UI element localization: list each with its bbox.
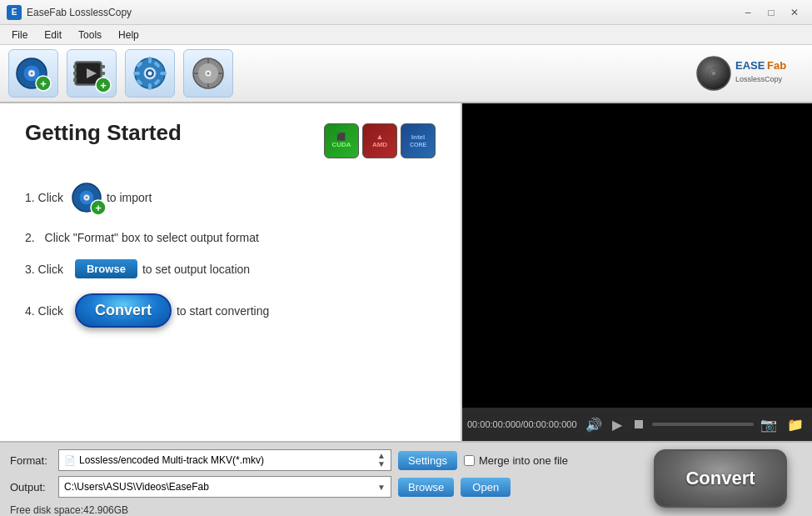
step-2-num: 2. bbox=[25, 231, 35, 244]
menu-edit[interactable]: Edit bbox=[36, 28, 70, 43]
stop-button[interactable]: ⏹ bbox=[629, 415, 649, 433]
window-title: EaseFab LosslessCopy bbox=[27, 7, 737, 18]
step-3: 3. Click Browse to set output location bbox=[25, 259, 436, 278]
output-path-field[interactable]: C:\Users\ASUS\Videos\EaseFab ▼ bbox=[58, 476, 391, 498]
play-button[interactable]: ▶ bbox=[609, 415, 625, 434]
step-1-text: to import bbox=[107, 191, 152, 204]
step-1-num: 1. Click bbox=[25, 191, 63, 204]
menu-file[interactable]: File bbox=[3, 28, 36, 43]
amd-badge: ▲ AMD bbox=[362, 123, 397, 158]
format-label: Format: bbox=[10, 454, 52, 467]
svg-rect-21 bbox=[133, 72, 140, 75]
svg-text:+: + bbox=[95, 202, 102, 214]
svg-text:+: + bbox=[40, 78, 47, 90]
time-display: 00:00:00:000/00:00:00:000 bbox=[467, 419, 577, 429]
menu-bar: File Edit Tools Help bbox=[0, 25, 812, 45]
svg-rect-10 bbox=[73, 72, 77, 75]
format-arrows: ▲▼ bbox=[374, 452, 386, 468]
merge-text: Merge into one file bbox=[479, 454, 568, 467]
toolbar: + + bbox=[0, 45, 812, 103]
settings-button[interactable] bbox=[125, 49, 175, 98]
svg-point-32 bbox=[207, 73, 210, 75]
menu-help[interactable]: Help bbox=[110, 28, 147, 43]
getting-started-panel: Getting Started ⬛ CUDA ▲ AMD bbox=[0, 103, 462, 441]
svg-rect-20 bbox=[148, 83, 152, 90]
dvd-import-icon: + bbox=[70, 179, 107, 216]
video-controls: 00:00:00:000/00:00:00:000 🔊 ▶ ⏹ 📷 📁 bbox=[462, 408, 812, 441]
browse-output-button[interactable]: Browse bbox=[398, 478, 454, 497]
step-4-text: to start converting bbox=[177, 304, 269, 318]
svg-point-3 bbox=[31, 73, 33, 75]
bottom-controls: Format: 📄 Lossless/encoded Multi-track M… bbox=[0, 441, 812, 516]
svg-rect-9 bbox=[73, 65, 77, 68]
svg-rect-22 bbox=[160, 72, 167, 75]
output-label: Output: bbox=[10, 481, 52, 493]
disc-tool-button[interactable] bbox=[183, 49, 233, 98]
volume-icon[interactable]: 🔊 bbox=[585, 417, 602, 433]
settings-btn[interactable]: Settings bbox=[398, 451, 457, 470]
disk-space-text: Free disk space:42.906GB bbox=[10, 504, 128, 516]
convert-main-button[interactable]: Convert bbox=[654, 449, 787, 508]
format-dropdown[interactable]: 📄 Lossless/encoded Multi-track MKV(*.mkv… bbox=[58, 449, 391, 471]
output-arrow: ▼ bbox=[374, 483, 386, 492]
easefab-logo: EASE Fab LosslessCopy bbox=[695, 55, 804, 92]
intel-badge: Intel CORE bbox=[401, 123, 436, 158]
svg-text:+: + bbox=[100, 79, 107, 92]
snapshot-button[interactable]: 📷 bbox=[757, 415, 780, 434]
open-folder-button[interactable]: 📁 bbox=[784, 415, 807, 434]
main-area: Getting Started ⬛ CUDA ▲ AMD bbox=[0, 103, 812, 441]
merge-checkbox[interactable] bbox=[464, 455, 475, 466]
app-icon: E bbox=[7, 5, 22, 20]
format-value: Lossless/encoded Multi-track MKV(*.mkv) bbox=[79, 454, 374, 466]
close-button[interactable]: ✕ bbox=[784, 4, 805, 21]
browse-inline-button[interactable]: Browse bbox=[75, 259, 137, 278]
svg-point-28 bbox=[148, 72, 152, 76]
title-bar: E EaseFab LosslessCopy – □ ✕ bbox=[0, 0, 812, 25]
add-video-icon: + bbox=[72, 53, 112, 93]
step-3-num: 3. Click bbox=[25, 263, 63, 276]
hardware-badges: ⬛ CUDA ▲ AMD Intel CORE bbox=[324, 123, 436, 158]
add-dvd-icon: + bbox=[13, 53, 53, 93]
svg-rect-13 bbox=[102, 72, 105, 75]
window-controls: – □ ✕ bbox=[737, 4, 805, 21]
svg-rect-19 bbox=[148, 57, 152, 63]
video-preview bbox=[462, 103, 812, 408]
step-4-num: 4. Click bbox=[25, 304, 63, 318]
add-dvd-button[interactable]: + bbox=[8, 49, 58, 98]
maximize-button[interactable]: □ bbox=[760, 4, 782, 21]
getting-started-title: Getting Started bbox=[25, 120, 182, 146]
add-video-button[interactable]: + bbox=[67, 49, 117, 98]
menu-tools[interactable]: Tools bbox=[70, 28, 110, 43]
seek-bar[interactable] bbox=[652, 423, 754, 426]
step-3-text: to set output location bbox=[142, 263, 250, 276]
step-2: 2. Click "Format" box to select output f… bbox=[25, 231, 436, 244]
output-value: C:\Users\ASUS\Videos\EaseFab bbox=[64, 481, 374, 493]
svg-text:EASE: EASE bbox=[735, 59, 765, 72]
svg-rect-11 bbox=[73, 78, 77, 82]
svg-text:Fab: Fab bbox=[767, 59, 786, 72]
svg-point-42 bbox=[85, 197, 87, 199]
video-panel: 00:00:00:000/00:00:00:000 🔊 ▶ ⏹ 📷 📁 bbox=[462, 103, 812, 441]
convert-inline-button[interactable]: Convert bbox=[75, 293, 172, 328]
step-4: 4. Click Convert to start converting bbox=[25, 293, 436, 328]
app-logo: EASE Fab LosslessCopy bbox=[695, 55, 804, 92]
svg-text:LosslessCopy: LosslessCopy bbox=[735, 75, 783, 83]
minimize-button[interactable]: – bbox=[737, 4, 759, 21]
disc-tool-icon bbox=[188, 53, 228, 93]
svg-rect-12 bbox=[102, 65, 105, 68]
cuda-badge: ⬛ CUDA bbox=[324, 123, 359, 158]
step-1: 1. Click + to import bbox=[25, 179, 436, 216]
open-output-button[interactable]: Open bbox=[461, 478, 511, 497]
step-2-text: Click "Format" box to select output form… bbox=[42, 231, 259, 244]
merge-label[interactable]: Merge into one file bbox=[464, 454, 568, 467]
svg-point-35 bbox=[712, 72, 715, 75]
settings-icon bbox=[130, 53, 170, 93]
